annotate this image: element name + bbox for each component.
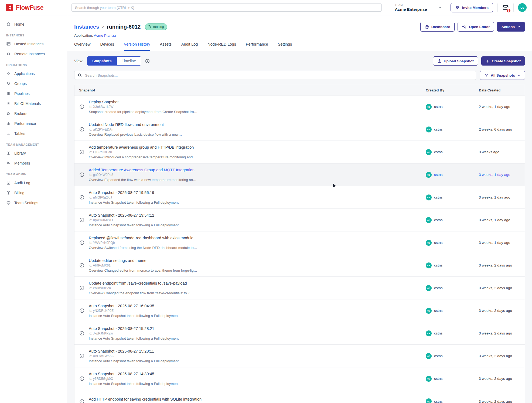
table-row[interactable]: Added Temperature Awareness Group and MQ… — [74, 163, 525, 186]
table-row[interactable]: Updated Node-RED flows and environmentid… — [74, 118, 525, 141]
sidebar-item-hosted-instances[interactable]: Hosted Instances — [0, 39, 67, 49]
open-editor-button[interactable]: Open Editor — [458, 22, 494, 32]
creator-name: cstns — [434, 263, 443, 267]
sidebar-item-billing[interactable]: Billing — [0, 188, 67, 198]
flowfuse-logo[interactable]: FlowFuse — [5, 4, 71, 12]
members-icon — [6, 161, 11, 165]
upload-snapshot-button[interactable]: Upload Snapshot — [433, 56, 478, 66]
dashboard-button[interactable]: Dashboard — [420, 22, 455, 32]
table-row[interactable]: Update editor settings and themeid: AlRP… — [74, 254, 525, 277]
creator-name: cstns — [434, 105, 443, 109]
tab-settings[interactable]: Settings — [278, 42, 292, 51]
create-snapshot-label: Create Snapshot — [492, 59, 521, 63]
snapshot-title: Deploy Snapshot — [89, 100, 197, 104]
snapshot-description: Overview Replaced previous basic device … — [89, 132, 182, 136]
sidebar-item-team-settings[interactable]: Team Settings — [0, 198, 67, 208]
sidebar-item-applications[interactable]: Applications — [0, 69, 67, 78]
toggle-timeline[interactable]: Timeline — [117, 57, 141, 65]
actions-button[interactable]: Actions — [497, 22, 525, 32]
sidebar-item-members[interactable]: Members — [0, 158, 67, 168]
status-label: running — [153, 25, 164, 29]
breadcrumb-instances-link[interactable]: Instances — [74, 24, 99, 30]
team-label: TEAM: — [395, 4, 427, 6]
tab-assets[interactable]: Assets — [160, 42, 172, 51]
invite-user-icon — [455, 5, 460, 10]
create-snapshot-button[interactable]: Create Snapshot — [481, 56, 525, 66]
sidebar-item-bill-of-materials[interactable]: Bill Of Materials — [0, 98, 67, 108]
application-link[interactable]: Acme Plantzz — [94, 33, 116, 37]
clock-icon — [79, 240, 85, 245]
all-snapshots-label: All Snapshots — [491, 73, 515, 77]
snapshot-search-input[interactable] — [74, 71, 476, 80]
snapshot-id: id: y5RD5Ggk0O — [89, 377, 179, 381]
toggle-snapshots[interactable]: Snapshots — [87, 57, 117, 65]
date-created: 3 weeks, 2 days ago — [479, 354, 525, 358]
invite-members-button[interactable]: Invite Members — [451, 3, 493, 12]
sidebar-item-pipelines[interactable]: Pipelines — [0, 88, 67, 98]
sidebar-item-groups[interactable]: Groups — [0, 78, 67, 88]
snapshot-title: Update editor settings and theme — [89, 258, 197, 263]
sidebar-item-brokers[interactable]: Brokers — [0, 108, 67, 118]
sidebar-item-home[interactable]: Home — [0, 19, 67, 29]
table-row[interactable]: Auto Snapshot - 2025-08-27 19:55:19id: n… — [74, 186, 525, 209]
view-label: View: — [74, 59, 83, 63]
date-created: 3 weeks, 2 days ago — [479, 331, 525, 335]
clock-icon — [79, 399, 85, 403]
chevron-down-icon — [517, 25, 521, 29]
sidebar-item-tables[interactable]: Tables — [0, 128, 67, 138]
table-row[interactable]: Replaced @flowfuse/node-red-dashboard wi… — [74, 231, 525, 254]
team-settings-icon — [6, 200, 11, 205]
creator-name: cstns — [434, 127, 443, 131]
snapshot-description: Instance Auto Snapshot taken following a… — [89, 223, 179, 227]
table-row[interactable]: Deploy Snapshotid: X3o6Bw1k9WSnapshot cr… — [74, 95, 525, 118]
team-search-input[interactable] — [71, 4, 382, 12]
sidebar-section-team-admin: TEAM ADMIN — [6, 173, 67, 176]
sidebar-item-label: Applications — [14, 71, 35, 76]
info-icon[interactable] — [145, 59, 150, 64]
table-row[interactable]: Auto Snapshot - 2025-08-27 16:04:35id: y… — [74, 299, 525, 322]
sidebar-item-library[interactable]: Library — [0, 148, 67, 158]
snapshot-title: Auto Snapshot - 2025-08-27 15:28:11 — [89, 349, 179, 353]
tab-devices[interactable]: Devices — [100, 42, 114, 51]
tab-audit-log[interactable]: Audit Log — [181, 42, 198, 51]
table-row[interactable]: Auto Snapshot - 2025-08-27 19:54:12id: 0… — [74, 209, 525, 231]
sidebar-section-team-management: TEAM MANAGEMENT — [6, 143, 67, 146]
table-row[interactable]: Add HTTP endpoint for saving credentials… — [74, 390, 525, 403]
team-selector[interactable]: TEAM: Acme Enterprise — [395, 4, 441, 12]
sidebar-item-remote-instances[interactable]: Remote Instances — [0, 49, 67, 59]
notifications-button[interactable]: 5 — [502, 4, 509, 11]
sidebar-item-label: Team Settings — [14, 201, 38, 205]
sidebar-item-label: Library — [14, 151, 26, 155]
all-snapshots-dropdown[interactable]: All Snapshots — [480, 71, 525, 80]
table-row[interactable]: Auto Snapshot - 2025-08-27 14:30:45id: y… — [74, 367, 525, 390]
sidebar-item-label: Billing — [14, 191, 24, 195]
snapshot-title: Added Temperature Awareness Group and MQ… — [89, 168, 196, 172]
sidebar: HomeINSTANCESHosted InstancesRemote Inst… — [0, 15, 67, 403]
notification-badge: 5 — [506, 8, 511, 13]
main-content: Instances > running-6012 running Dashboa… — [67, 15, 532, 403]
plus-icon — [486, 59, 490, 63]
breadcrumb-separator: > — [101, 24, 104, 30]
table-row[interactable]: Auto Snapshot - 2025-08-27 15:28:11id: o… — [74, 345, 525, 367]
snapshot-description: Instance Auto Snapshot taken following a… — [89, 314, 179, 318]
chevron-down-icon — [438, 6, 442, 9]
tab-overview[interactable]: Overview — [74, 42, 90, 51]
tables-icon — [6, 131, 11, 136]
user-avatar[interactable]: cs — [518, 3, 527, 12]
sidebar-item-performance[interactable]: Performance — [0, 118, 67, 128]
table-row[interactable]: Auto Snapshot - 2025-08-27 15:28:21id: J… — [74, 322, 525, 345]
page-title: running-6012 — [107, 24, 141, 30]
date-created: 3 weeks, 1 day ago — [479, 195, 525, 199]
tab-node-red-logs[interactable]: Node-RED Logs — [207, 42, 236, 51]
snapshot-description: Instance Auto Snapshot taken following a… — [89, 382, 179, 386]
snapshot-id: id: JxpPJNKPZw — [89, 332, 179, 335]
sidebar-item-label: Brokers — [14, 111, 27, 116]
table-row[interactable]: Update endpoint from /save-credentials t… — [74, 277, 525, 299]
snapshot-description: Instance Auto Snapshot taken following a… — [89, 200, 179, 204]
tab-version-history[interactable]: Version History — [124, 42, 150, 51]
tab-performance[interactable]: Performance — [246, 42, 268, 51]
sidebar-item-audit-log[interactable]: Audit Log — [0, 178, 67, 188]
date-created: 3 weeks, 1 day ago — [479, 173, 525, 177]
dashboard-pie-icon — [425, 25, 429, 29]
table-row[interactable]: Add temperature awareness group and HTTP… — [74, 141, 525, 163]
